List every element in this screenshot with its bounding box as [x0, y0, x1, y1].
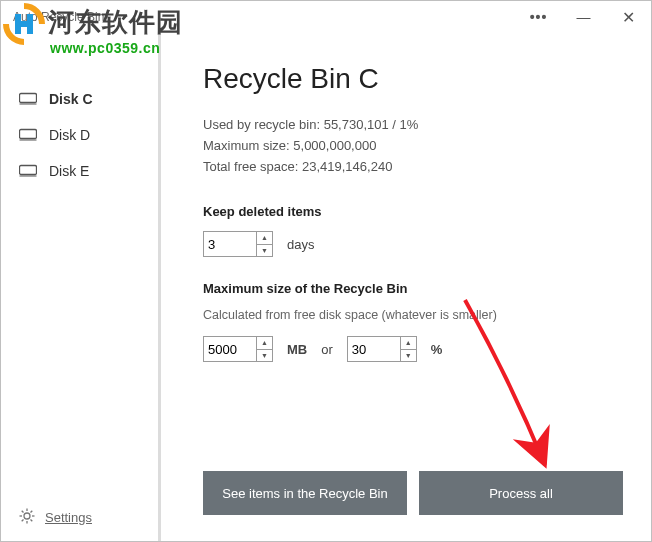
- spinner-up-icon[interactable]: ▲: [401, 337, 416, 350]
- window-title: Auto Recycle Bin: [13, 10, 516, 24]
- svg-point-6: [24, 513, 30, 519]
- keep-deleted-label: Keep deleted items: [203, 204, 623, 219]
- minimize-button[interactable]: —: [561, 1, 606, 33]
- svg-line-13: [22, 520, 24, 522]
- svg-rect-3: [20, 140, 37, 141]
- svg-rect-4: [20, 166, 37, 175]
- sidebar-item-disk-d[interactable]: Disk D: [1, 117, 158, 153]
- svg-rect-1: [20, 104, 37, 105]
- maxsize-section-label: Maximum size of the Recycle Bin: [203, 281, 623, 296]
- gear-icon: [19, 508, 35, 527]
- close-button[interactable]: ✕: [606, 1, 651, 33]
- spinner-up-icon[interactable]: ▲: [257, 337, 272, 350]
- freespace-stat: Total free space: 23,419,146,240: [203, 159, 623, 174]
- spinner-up-icon[interactable]: ▲: [257, 232, 272, 245]
- keep-days-spinner[interactable]: ▲ ▼: [203, 231, 273, 257]
- calc-note: Calculated from free disk space (whateve…: [203, 308, 623, 322]
- svg-rect-0: [20, 94, 37, 103]
- or-label: or: [321, 342, 333, 357]
- drive-icon: [19, 164, 37, 178]
- maxsize-stat: Maximum size: 5,000,000,000: [203, 138, 623, 153]
- max-pct-spinner[interactable]: ▲ ▼: [347, 336, 417, 362]
- more-menu-button[interactable]: •••: [516, 1, 561, 33]
- svg-line-11: [22, 511, 24, 513]
- sidebar-item-label: Disk C: [49, 91, 93, 107]
- page-title: Recycle Bin C: [203, 63, 623, 95]
- days-unit-label: days: [287, 237, 314, 252]
- settings-link[interactable]: Settings: [1, 494, 158, 541]
- svg-line-14: [31, 511, 33, 513]
- sidebar-item-label: Disk E: [49, 163, 89, 179]
- settings-label: Settings: [45, 510, 92, 525]
- process-all-button[interactable]: Process all: [419, 471, 623, 515]
- sidebar-item-label: Disk D: [49, 127, 90, 143]
- mb-unit-label: MB: [287, 342, 307, 357]
- sidebar-item-disk-e[interactable]: Disk E: [1, 153, 158, 189]
- svg-rect-2: [20, 130, 37, 139]
- pct-unit-label: %: [431, 342, 443, 357]
- spinner-down-icon[interactable]: ▼: [401, 350, 416, 362]
- drive-icon: [19, 128, 37, 142]
- max-mb-input[interactable]: [204, 337, 256, 361]
- max-mb-spinner[interactable]: ▲ ▼: [203, 336, 273, 362]
- spinner-down-icon[interactable]: ▼: [257, 245, 272, 257]
- see-items-button[interactable]: See items in the Recycle Bin: [203, 471, 407, 515]
- drive-icon: [19, 92, 37, 106]
- sidebar-item-disk-c[interactable]: Disk C: [1, 81, 158, 117]
- used-stat: Used by recycle bin: 55,730,101 / 1%: [203, 117, 623, 132]
- svg-rect-5: [20, 176, 37, 177]
- keep-days-input[interactable]: [204, 232, 256, 256]
- spinner-down-icon[interactable]: ▼: [257, 350, 272, 362]
- svg-line-12: [31, 520, 33, 522]
- max-pct-input[interactable]: [348, 337, 400, 361]
